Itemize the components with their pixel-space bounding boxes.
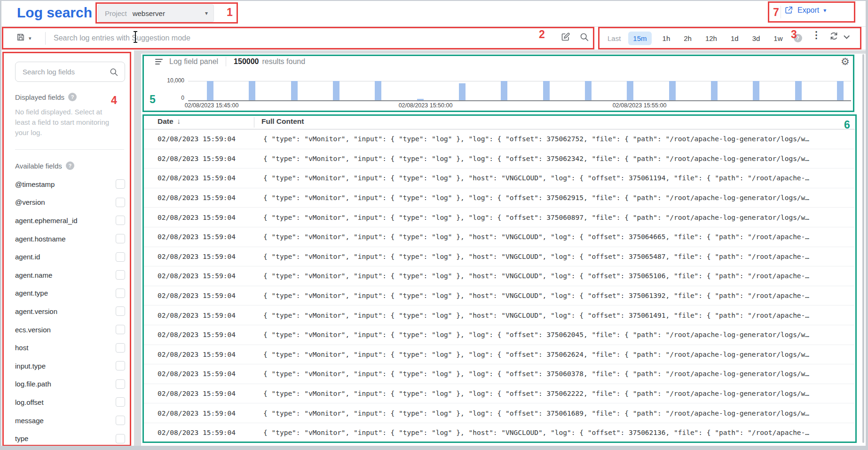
table-row[interactable]: 02/08/2023 15:59:04 { "type": "vMonitor"… — [144, 325, 855, 345]
log-content: { "type": "vMonitor", "input": { "type":… — [263, 292, 855, 299]
field-checkbox[interactable] — [116, 306, 125, 316]
help-icon[interactable]: ? — [66, 161, 74, 170]
table-row[interactable]: 02/08/2023 15:59:04 { "type": "vMonitor"… — [144, 345, 855, 365]
field-list-item: @version — [15, 193, 125, 212]
field-checkbox[interactable] — [116, 179, 125, 189]
displayed-fields-label: Displayed fields — [15, 93, 64, 101]
field-list-item: ecs.version — [15, 321, 125, 339]
field-checkbox[interactable] — [116, 198, 125, 207]
save-query-button[interactable]: ▾ — [16, 32, 32, 44]
help-icon[interactable]: ? — [794, 34, 802, 42]
no-fields-message: No field displayed. Select at least a fi… — [15, 107, 118, 138]
field-checkbox[interactable] — [116, 234, 125, 243]
table-row[interactable]: 02/08/2023 15:59:04 { "type": "vMonitor"… — [144, 403, 855, 423]
field-checkbox[interactable] — [116, 361, 125, 370]
table-row[interactable]: 02/08/2023 15:59:04 { "type": "vMonitor"… — [144, 364, 855, 384]
time-range-option-3d[interactable]: 3d — [750, 32, 763, 45]
field-list-item: host — [15, 338, 125, 357]
field-name: agent.type — [15, 289, 48, 297]
time-range-option-1d[interactable]: 1d — [728, 32, 742, 45]
vertical-scrollbar[interactable] — [862, 54, 864, 443]
field-name: ecs.version — [15, 326, 51, 334]
more-options-icon[interactable]: ⋮ — [812, 29, 821, 40]
log-content: { "type": "vMonitor", "input": { "type":… — [263, 155, 855, 162]
help-icon[interactable]: ? — [68, 93, 77, 101]
time-range-option-2h[interactable]: 2h — [681, 32, 694, 45]
histogram-bar[interactable] — [375, 81, 381, 100]
time-range-option-12h[interactable]: 12h — [702, 32, 720, 45]
table-row[interactable]: 02/08/2023 15:59:04 { "type": "vMonitor"… — [144, 149, 855, 169]
histogram-bar[interactable] — [501, 81, 507, 100]
column-header-date[interactable]: Date ↓ — [158, 117, 181, 126]
table-row[interactable]: 02/08/2023 15:59:04 { "type": "vMonitor"… — [144, 227, 855, 247]
time-range-option-1h[interactable]: 1h — [660, 32, 673, 45]
y-axis-tick: 0 — [142, 95, 184, 101]
field-name: @version — [15, 198, 45, 206]
field-checkbox[interactable] — [116, 397, 125, 407]
page-border — [866, 0, 868, 450]
project-select[interactable]: Project webserver ▾ — [98, 4, 214, 22]
histogram-bar[interactable] — [837, 81, 844, 100]
histogram-bar[interactable] — [585, 81, 592, 100]
histogram-bar[interactable] — [543, 81, 550, 100]
histogram-bar[interactable] — [711, 81, 718, 100]
field-search-input[interactable]: Search log fields — [15, 62, 125, 82]
table-row[interactable]: 02/08/2023 15:59:04 { "type": "vMonitor"… — [144, 208, 855, 227]
gear-icon[interactable]: ⚙ — [841, 56, 850, 66]
edit-query-icon[interactable] — [560, 32, 570, 44]
table-row[interactable]: 02/08/2023 15:59:04 { "type": "vMonitor"… — [144, 384, 855, 404]
field-checkbox[interactable] — [116, 289, 125, 298]
field-list-item: message — [15, 411, 125, 430]
refresh-button[interactable] — [829, 31, 848, 43]
y-axis-tick: 10,000 — [142, 77, 184, 84]
log-field-panel-icon[interactable] — [155, 59, 163, 64]
time-range-option-1w[interactable]: 1w — [771, 32, 785, 45]
table-row[interactable]: 02/08/2023 15:59:04 { "type": "vMonitor"… — [144, 266, 855, 286]
log-date: 02/08/2023 15:59:04 — [158, 312, 263, 319]
sidebar-scrollbar[interactable] — [134, 50, 141, 446]
log-date: 02/08/2023 15:59:04 — [158, 370, 263, 378]
field-checkbox[interactable] — [116, 434, 125, 443]
field-checkbox[interactable] — [116, 252, 125, 262]
table-row[interactable]: 02/08/2023 15:59:04 { "type": "vMonitor"… — [144, 247, 855, 267]
histogram-bar[interactable] — [207, 81, 213, 100]
field-checkbox[interactable] — [116, 270, 125, 280]
histogram-bar[interactable] — [459, 83, 466, 100]
field-name: log.offset — [15, 398, 44, 406]
table-row[interactable]: 02/08/2023 15:59:04 { "type": "vMonitor"… — [144, 169, 855, 188]
histogram-bar[interactable] — [753, 81, 759, 100]
table-row[interactable]: 02/08/2023 15:59:04 { "type": "vMonitor"… — [144, 423, 855, 443]
field-list-item: input.type — [15, 357, 125, 375]
histogram-bar[interactable] — [333, 81, 339, 100]
field-checkbox[interactable] — [116, 343, 125, 353]
field-list-item: type — [15, 429, 125, 448]
field-name: agent.id — [15, 253, 40, 261]
histogram-bar[interactable] — [291, 81, 298, 100]
annotation-number-1: 1 — [227, 6, 233, 19]
table-row[interactable]: 02/08/2023 15:59:04 { "type": "vMonitor"… — [144, 188, 855, 208]
results-count: 150000 — [234, 57, 259, 66]
table-row[interactable]: 02/08/2023 15:59:04 { "type": "vMonitor"… — [144, 286, 855, 306]
table-row[interactable]: 02/08/2023 15:59:04 { "type": "vMonitor"… — [144, 129, 855, 149]
results-panel-header: Log field panel 150000 results found — [155, 57, 305, 66]
field-checkbox[interactable] — [116, 325, 125, 334]
field-checkbox[interactable] — [116, 416, 125, 425]
log-content: { "type": "vMonitor", "input": { "type":… — [263, 253, 855, 260]
export-button[interactable]: Export ▾ — [784, 6, 826, 15]
chevron-down-icon: ▾ — [823, 7, 826, 14]
field-checkbox[interactable] — [116, 216, 125, 225]
field-checkbox[interactable] — [116, 379, 125, 389]
log-date: 02/08/2023 15:59:04 — [158, 194, 263, 201]
log-search-input[interactable]: Search log entries with Suggestion mode — [54, 34, 190, 42]
histogram-bar[interactable] — [669, 81, 676, 100]
histogram-bar[interactable] — [795, 81, 802, 100]
divider — [45, 32, 46, 45]
time-range-option-15m[interactable]: 15m — [628, 32, 651, 45]
histogram-bar[interactable] — [627, 81, 633, 100]
field-list-item: log.file.path — [15, 375, 125, 394]
page-border — [0, 0, 1, 450]
search-submit-icon[interactable] — [579, 32, 589, 44]
table-row[interactable]: 02/08/2023 15:59:04 { "type": "vMonitor"… — [144, 305, 855, 325]
histogram-bar[interactable] — [249, 81, 255, 100]
field-list-item: log.offset — [15, 393, 125, 411]
